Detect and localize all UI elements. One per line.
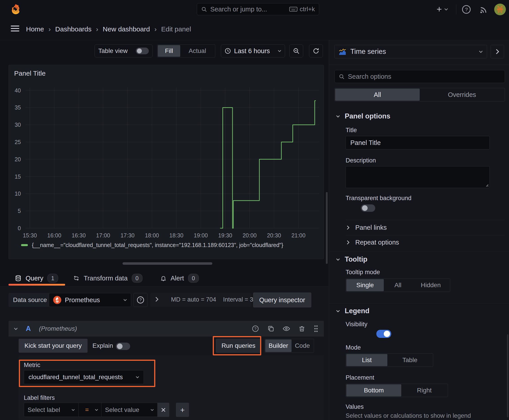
values-hint: Select values or calculations to show in… [346, 412, 471, 419]
repeat-options-row[interactable]: Repeat options [347, 238, 399, 247]
run-queries-button[interactable]: Run queries [216, 339, 261, 353]
breadcrumb-edit-panel: Edit panel [161, 25, 191, 33]
time-range-label: Last 6 hours [234, 47, 275, 55]
add-new-button[interactable] [436, 6, 448, 13]
time-range-picker[interactable]: Last 6 hours [221, 45, 285, 57]
legend-mode-list[interactable]: List [346, 354, 387, 366]
help-icon[interactable]: ? [461, 5, 471, 14]
description-textarea[interactable] [346, 166, 490, 188]
svg-text:10: 10 [15, 190, 21, 197]
code-option[interactable]: Code [291, 339, 313, 352]
query-ref-id[interactable]: A [26, 325, 31, 333]
placement-right[interactable]: Right [401, 384, 447, 397]
panel-options-header[interactable]: Panel options [336, 112, 390, 120]
explain-label: Explain [92, 342, 113, 349]
news-icon[interactable] [479, 5, 488, 14]
legend-label[interactable]: {__name__="cloudflared_tunnel_total_requ… [32, 242, 283, 248]
drag-handle-grip-icon[interactable] [313, 325, 319, 332]
fill-option[interactable]: Fill [158, 45, 180, 57]
datasource-label-box: Data source [8, 293, 51, 307]
label-filter-select-label[interactable]: Select label [24, 403, 79, 417]
legend-header[interactable]: Legend [336, 307, 369, 315]
repeat-options-label: Repeat options [355, 239, 399, 246]
search-placeholder: Search or jump to... [210, 6, 289, 13]
duplicate-query-icon[interactable] [267, 325, 274, 332]
svg-text:20:30: 20:30 [267, 232, 281, 239]
options-pane-scrollbar[interactable] [507, 334, 508, 417]
svg-text:19:00: 19:00 [194, 232, 208, 239]
label-filters-label: Label filters [24, 394, 55, 401]
query-inspector-button[interactable]: Query inspector [253, 292, 311, 307]
label-filter-operator[interactable]: = [79, 403, 101, 417]
svg-text:25: 25 [15, 139, 21, 145]
options-divider [329, 65, 509, 65]
metric-select[interactable]: cloudflared_tunnel_total_requests [24, 370, 144, 384]
placement-label: Placement [346, 374, 374, 381]
database-icon [15, 275, 22, 282]
svg-text:18:30: 18:30 [169, 232, 183, 239]
legend-mode-table[interactable]: Table [387, 354, 433, 366]
menu-icon[interactable] [11, 26, 19, 31]
visualization-picker[interactable]: Time series [334, 45, 487, 58]
tooltip-mode-single[interactable]: Single [346, 279, 384, 291]
datasource-help-button[interactable]: ? [134, 293, 147, 307]
breadcrumb-new-dashboard[interactable]: New dashboard [103, 25, 150, 33]
tooltip-header[interactable]: Tooltip [336, 255, 367, 263]
table-view-toggle[interactable] [136, 48, 149, 54]
fill-actual-switch: Fill Actual [157, 45, 215, 57]
tab-query[interactable]: Query 1 [15, 272, 58, 285]
time-series-chart[interactable]: 403530252015105015:3016:0016:3017:0017:3… [8, 85, 322, 242]
transparent-background-toggle[interactable] [361, 204, 375, 212]
tab-transform[interactable]: Transform data 0 [73, 272, 143, 285]
tab-all[interactable]: All [335, 89, 420, 101]
remove-filter-button[interactable] [158, 403, 169, 417]
legend-placement-switch: Bottom Right [346, 384, 448, 397]
options-search-box[interactable]: Search options [334, 70, 505, 83]
legend-visibility-toggle[interactable] [376, 330, 391, 338]
panel-links-label: Panel links [355, 224, 387, 231]
svg-text:35: 35 [15, 104, 21, 111]
user-avatar[interactable] [494, 4, 506, 15]
grafana-logo[interactable] [10, 4, 21, 15]
svg-text:?: ? [139, 298, 142, 302]
breadcrumb-home[interactable]: Home [26, 25, 44, 33]
delete-query-trash-icon[interactable] [298, 325, 305, 332]
tooltip-mode-hidden[interactable]: Hidden [412, 279, 449, 291]
datasource-picker[interactable]: Prometheus [49, 293, 131, 307]
panel-links-row[interactable]: Panel links [347, 223, 387, 232]
tab-alert[interactable]: Alert 0 [160, 272, 199, 285]
placement-bottom[interactable]: Bottom [346, 384, 401, 397]
tab-query-count: 1 [47, 274, 58, 283]
breadcrumb-dashboards[interactable]: Dashboards [55, 25, 91, 33]
add-filter-button[interactable]: + [176, 403, 189, 417]
explain-toggle[interactable] [116, 343, 130, 350]
global-search-box[interactable]: Search or jump to... ctrl+k [197, 3, 319, 15]
tooltip-mode-all[interactable]: All [384, 279, 412, 291]
tab-alert-label: Alert [171, 275, 184, 282]
legend-mode-switch: List Table [346, 353, 433, 367]
panel-title-input[interactable]: Panel Title [346, 136, 490, 150]
tooltip-heading: Tooltip [345, 255, 367, 263]
zoom-out-button[interactable] [289, 45, 303, 57]
query-row-header[interactable]: A (Prometheus) ? [8, 321, 324, 337]
options-expand-chevron-icon[interactable] [155, 297, 159, 302]
metric-value: cloudflared_tunnel_total_requests [29, 374, 132, 381]
transparent-background-label: Transparent background [346, 195, 411, 202]
active-tab-underline [8, 284, 65, 286]
legend-swatch[interactable] [21, 244, 28, 246]
tab-overrides[interactable]: Overrides [420, 89, 504, 101]
query-help-icon[interactable]: ? [251, 325, 259, 332]
kickstart-query-button[interactable]: Kick start your query [19, 339, 88, 353]
close-options-pane-button[interactable] [491, 45, 504, 58]
actual-option[interactable]: Actual [180, 45, 214, 57]
label-filter-select-value[interactable]: Select value [101, 403, 158, 417]
hide-query-eye-icon[interactable] [282, 325, 290, 332]
left-pane-scrollbar[interactable] [326, 192, 328, 264]
plus-icon [436, 6, 443, 13]
resize-corner-icon[interactable] [485, 183, 489, 187]
panel-resize-handle[interactable] [122, 262, 212, 265]
builder-option[interactable]: Builder [265, 339, 291, 352]
panel-title[interactable]: Panel Title [14, 69, 46, 77]
chevron-down-icon [444, 8, 448, 11]
refresh-button[interactable] [309, 45, 323, 57]
